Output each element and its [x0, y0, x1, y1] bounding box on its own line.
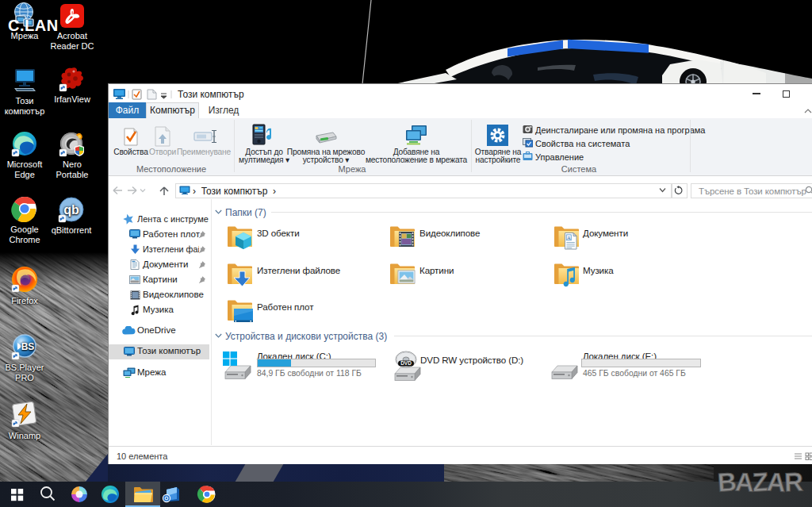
svg-text:A: A — [567, 235, 571, 240]
svg-text:BS: BS — [21, 341, 35, 352]
svg-text:qb: qb — [63, 203, 79, 217]
svg-text:DVD: DVD — [400, 360, 412, 366]
